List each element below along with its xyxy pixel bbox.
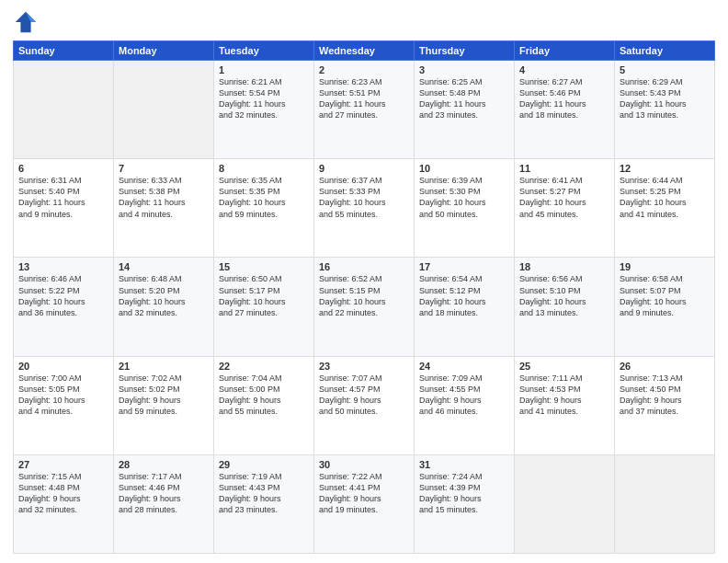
day-info: Sunrise: 7:24 AM Sunset: 4:39 PM Dayligh… [419, 471, 509, 516]
day-number: 14 [119, 261, 209, 272]
calendar-cell: 31Sunrise: 7:24 AM Sunset: 4:39 PM Dayli… [415, 454, 515, 553]
calendar-week-row: 6Sunrise: 6:31 AM Sunset: 5:40 PM Daylig… [14, 159, 715, 258]
calendar-cell: 5Sunrise: 6:29 AM Sunset: 5:43 PM Daylig… [615, 61, 715, 159]
weekday-header: Wednesday [314, 41, 415, 61]
weekday-header: Friday [515, 41, 615, 61]
day-number: 22 [219, 361, 309, 372]
day-number: 11 [519, 163, 609, 174]
calendar-cell: 4Sunrise: 6:27 AM Sunset: 5:46 PM Daylig… [515, 61, 615, 159]
day-number: 25 [519, 361, 609, 372]
calendar-cell: 19Sunrise: 6:58 AM Sunset: 5:07 PM Dayli… [615, 258, 715, 356]
day-number: 26 [620, 361, 710, 372]
calendar-week-row: 13Sunrise: 6:46 AM Sunset: 5:22 PM Dayli… [14, 258, 715, 356]
day-info: Sunrise: 6:48 AM Sunset: 5:20 PM Dayligh… [119, 273, 209, 318]
calendar-cell: 16Sunrise: 6:52 AM Sunset: 5:15 PM Dayli… [314, 258, 415, 356]
day-info: Sunrise: 6:41 AM Sunset: 5:27 PM Dayligh… [519, 175, 609, 220]
calendar-cell: 22Sunrise: 7:04 AM Sunset: 5:00 PM Dayli… [214, 356, 314, 454]
calendar-cell: 17Sunrise: 6:54 AM Sunset: 5:12 PM Dayli… [415, 258, 515, 356]
day-number: 17 [419, 261, 509, 272]
day-number: 1 [219, 64, 309, 75]
day-info: Sunrise: 7:11 AM Sunset: 4:53 PM Dayligh… [519, 373, 609, 418]
calendar-cell: 30Sunrise: 7:22 AM Sunset: 4:41 PM Dayli… [314, 454, 415, 553]
day-info: Sunrise: 7:00 AM Sunset: 5:05 PM Dayligh… [18, 373, 108, 418]
day-number: 5 [620, 64, 710, 75]
day-info: Sunrise: 6:39 AM Sunset: 5:30 PM Dayligh… [419, 175, 509, 220]
calendar-cell: 10Sunrise: 6:39 AM Sunset: 5:30 PM Dayli… [415, 159, 515, 258]
weekday-header: Monday [114, 41, 214, 61]
calendar-header-row: SundayMondayTuesdayWednesdayThursdayFrid… [14, 41, 715, 61]
calendar-cell: 3Sunrise: 6:25 AM Sunset: 5:48 PM Daylig… [415, 61, 515, 159]
day-info: Sunrise: 6:44 AM Sunset: 5:25 PM Dayligh… [620, 175, 710, 220]
calendar-cell [114, 61, 214, 159]
day-info: Sunrise: 7:22 AM Sunset: 4:41 PM Dayligh… [319, 471, 409, 516]
calendar-cell: 25Sunrise: 7:11 AM Sunset: 4:53 PM Dayli… [515, 356, 615, 454]
calendar-week-row: 20Sunrise: 7:00 AM Sunset: 5:05 PM Dayli… [14, 356, 715, 454]
day-number: 9 [319, 163, 409, 174]
calendar-cell: 8Sunrise: 6:35 AM Sunset: 5:35 PM Daylig… [214, 159, 314, 258]
calendar-cell: 9Sunrise: 6:37 AM Sunset: 5:33 PM Daylig… [314, 159, 415, 258]
logo [13, 9, 41, 35]
day-number: 28 [119, 459, 209, 470]
calendar-cell [14, 61, 114, 159]
day-info: Sunrise: 6:35 AM Sunset: 5:35 PM Dayligh… [219, 175, 309, 220]
weekday-header: Thursday [415, 41, 515, 61]
weekday-header: Saturday [615, 41, 715, 61]
day-number: 20 [18, 361, 108, 372]
day-info: Sunrise: 7:09 AM Sunset: 4:55 PM Dayligh… [419, 373, 509, 418]
day-number: 15 [219, 261, 309, 272]
calendar-cell: 15Sunrise: 6:50 AM Sunset: 5:17 PM Dayli… [214, 258, 314, 356]
day-number: 13 [18, 261, 108, 272]
day-number: 31 [419, 459, 509, 470]
logo-icon [13, 9, 39, 35]
day-number: 8 [219, 163, 309, 174]
day-info: Sunrise: 6:27 AM Sunset: 5:46 PM Dayligh… [519, 76, 609, 121]
day-info: Sunrise: 6:33 AM Sunset: 5:38 PM Dayligh… [119, 175, 209, 220]
calendar-cell: 6Sunrise: 6:31 AM Sunset: 5:40 PM Daylig… [14, 159, 114, 258]
day-number: 18 [519, 261, 609, 272]
day-info: Sunrise: 6:31 AM Sunset: 5:40 PM Dayligh… [18, 175, 108, 220]
day-number: 3 [419, 64, 509, 75]
day-info: Sunrise: 7:15 AM Sunset: 4:48 PM Dayligh… [18, 471, 108, 516]
day-info: Sunrise: 6:21 AM Sunset: 5:54 PM Dayligh… [219, 76, 309, 121]
calendar-cell: 11Sunrise: 6:41 AM Sunset: 5:27 PM Dayli… [515, 159, 615, 258]
day-number: 27 [18, 459, 108, 470]
day-number: 19 [620, 261, 710, 272]
page-header [13, 9, 715, 35]
day-info: Sunrise: 6:56 AM Sunset: 5:10 PM Dayligh… [519, 273, 609, 318]
day-info: Sunrise: 6:25 AM Sunset: 5:48 PM Dayligh… [419, 76, 509, 121]
calendar-cell: 7Sunrise: 6:33 AM Sunset: 5:38 PM Daylig… [114, 159, 214, 258]
calendar-cell [615, 454, 715, 553]
calendar-cell: 12Sunrise: 6:44 AM Sunset: 5:25 PM Dayli… [615, 159, 715, 258]
day-info: Sunrise: 7:02 AM Sunset: 5:02 PM Dayligh… [119, 373, 209, 418]
day-number: 23 [319, 361, 409, 372]
day-info: Sunrise: 7:13 AM Sunset: 4:50 PM Dayligh… [620, 373, 710, 418]
calendar-cell: 21Sunrise: 7:02 AM Sunset: 5:02 PM Dayli… [114, 356, 214, 454]
day-info: Sunrise: 7:04 AM Sunset: 5:00 PM Dayligh… [219, 373, 309, 418]
day-info: Sunrise: 6:52 AM Sunset: 5:15 PM Dayligh… [319, 273, 409, 318]
day-info: Sunrise: 6:29 AM Sunset: 5:43 PM Dayligh… [620, 76, 710, 121]
day-info: Sunrise: 6:46 AM Sunset: 5:22 PM Dayligh… [18, 273, 108, 318]
calendar-week-row: 1Sunrise: 6:21 AM Sunset: 5:54 PM Daylig… [14, 61, 715, 159]
calendar-cell: 18Sunrise: 6:56 AM Sunset: 5:10 PM Dayli… [515, 258, 615, 356]
calendar-cell: 27Sunrise: 7:15 AM Sunset: 4:48 PM Dayli… [14, 454, 114, 553]
calendar-cell: 23Sunrise: 7:07 AM Sunset: 4:57 PM Dayli… [314, 356, 415, 454]
day-number: 29 [219, 459, 309, 470]
day-number: 12 [620, 163, 710, 174]
day-info: Sunrise: 6:54 AM Sunset: 5:12 PM Dayligh… [419, 273, 509, 318]
calendar-cell: 13Sunrise: 6:46 AM Sunset: 5:22 PM Dayli… [14, 258, 114, 356]
day-number: 21 [119, 361, 209, 372]
calendar-cell: 1Sunrise: 6:21 AM Sunset: 5:54 PM Daylig… [214, 61, 314, 159]
day-info: Sunrise: 7:19 AM Sunset: 4:43 PM Dayligh… [219, 471, 309, 516]
calendar-table: SundayMondayTuesdayWednesdayThursdayFrid… [13, 40, 715, 554]
day-number: 2 [319, 64, 409, 75]
weekday-header: Tuesday [214, 41, 314, 61]
day-info: Sunrise: 7:07 AM Sunset: 4:57 PM Dayligh… [319, 373, 409, 418]
calendar-cell: 2Sunrise: 6:23 AM Sunset: 5:51 PM Daylig… [314, 61, 415, 159]
day-info: Sunrise: 7:17 AM Sunset: 4:46 PM Dayligh… [119, 471, 209, 516]
day-number: 10 [419, 163, 509, 174]
calendar-cell [515, 454, 615, 553]
calendar-cell: 24Sunrise: 7:09 AM Sunset: 4:55 PM Dayli… [415, 356, 515, 454]
day-info: Sunrise: 6:37 AM Sunset: 5:33 PM Dayligh… [319, 175, 409, 220]
calendar-week-row: 27Sunrise: 7:15 AM Sunset: 4:48 PM Dayli… [14, 454, 715, 553]
calendar-cell: 26Sunrise: 7:13 AM Sunset: 4:50 PM Dayli… [615, 356, 715, 454]
